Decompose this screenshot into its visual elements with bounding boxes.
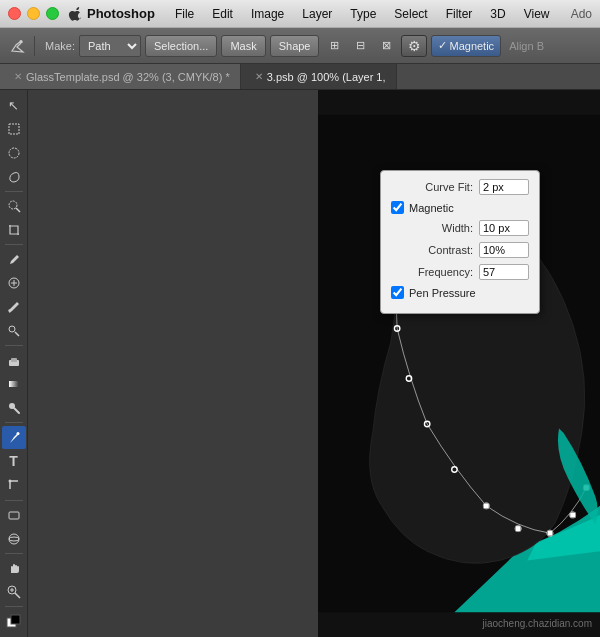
magnetic-label: Magnetic <box>449 40 494 52</box>
svg-rect-41 <box>570 512 575 517</box>
menu-bar: File Edit Image Layer Type Select Filter… <box>167 5 558 23</box>
options-gear-button[interactable]: ⚙ <box>401 35 427 57</box>
path-mode-select[interactable]: Path Shape Pixels <box>79 35 141 57</box>
watermark: jiaocheng.chazidian.com <box>482 618 592 629</box>
curve-fit-input[interactable] <box>479 179 529 195</box>
intersect-path-icon[interactable]: ⊠ <box>375 35 397 57</box>
width-input[interactable] <box>479 220 529 236</box>
menu-file[interactable]: File <box>167 5 202 23</box>
svg-rect-16 <box>9 512 19 519</box>
svg-point-18 <box>9 537 19 541</box>
svg-rect-40 <box>547 530 552 535</box>
tool-separator-1 <box>5 191 23 192</box>
width-row: Width: <box>391 220 529 236</box>
svg-line-4 <box>16 208 20 212</box>
toolbar: Make: Path Shape Pixels Selection... Mas… <box>0 28 600 64</box>
make-selection-button[interactable]: Selection... <box>145 35 217 57</box>
magnetic-button[interactable]: ✓ Magnetic <box>431 35 501 57</box>
menu-view[interactable]: View <box>516 5 558 23</box>
pen-pressure-label: Pen Pressure <box>409 287 476 299</box>
svg-rect-39 <box>515 526 520 531</box>
shape-button[interactable]: Shape <box>270 35 320 57</box>
frequency-label: Frequency: <box>391 266 473 278</box>
tool-gradient[interactable] <box>2 373 26 396</box>
magnetic-option-label: Magnetic <box>409 202 454 214</box>
separator-1 <box>34 36 35 56</box>
tool-healing[interactable] <box>2 272 26 295</box>
tab-glass-template[interactable]: ✕ GlassTemplate.psd @ 32% (3, CMYK/8) * <box>0 64 241 89</box>
align-button: Align B <box>509 40 544 52</box>
tab-close-3psb[interactable]: ✕ <box>255 71 263 82</box>
tab-label-3psb: 3.psb @ 100% (Layer 1, <box>267 71 386 83</box>
svg-point-8 <box>9 326 15 332</box>
tool-pen[interactable] <box>2 426 26 449</box>
path-mode-label: Make: <box>45 40 75 52</box>
maximize-button[interactable] <box>46 7 59 20</box>
pen-tool-icon[interactable] <box>6 35 28 57</box>
window-controls[interactable] <box>8 7 59 20</box>
tool-clone[interactable] <box>2 320 26 343</box>
magnetic-checkbox[interactable] <box>391 201 404 214</box>
tool-lasso[interactable] <box>2 165 26 188</box>
mask-button[interactable]: Mask <box>221 35 265 57</box>
curve-fit-label: Curve Fit: <box>391 181 473 193</box>
menu-edit[interactable]: Edit <box>204 5 241 23</box>
tool-type[interactable]: T <box>2 450 26 473</box>
tool-move[interactable]: ↖ <box>2 94 26 117</box>
close-button[interactable] <box>8 7 21 20</box>
svg-point-17 <box>9 534 19 544</box>
pen-pressure-checkbox[interactable] <box>391 286 404 299</box>
toolbox: ↖ <box>0 90 28 637</box>
svg-line-20 <box>15 593 20 598</box>
tab-bar: ✕ GlassTemplate.psd @ 32% (3, CMYK/8) * … <box>0 64 600 90</box>
tool-3d[interactable] <box>2 527 26 550</box>
tool-brush[interactable] <box>2 296 26 319</box>
svg-point-2 <box>9 148 19 158</box>
contrast-row: Contrast: <box>391 242 529 258</box>
width-label: Width: <box>391 222 473 234</box>
combine-path-icon[interactable]: ⊞ <box>323 35 345 57</box>
tool-separator-5 <box>5 500 23 501</box>
curve-fit-row: Curve Fit: <box>391 179 529 195</box>
tab-close-glass[interactable]: ✕ <box>14 71 22 82</box>
menu-3d[interactable]: 3D <box>482 5 513 23</box>
pen-pressure-row: Pen Pressure <box>391 286 529 299</box>
tab-label-glass: GlassTemplate.psd @ 32% (3, CMYK/8) * <box>26 71 230 83</box>
canvas-left-panel <box>28 90 318 637</box>
menu-filter[interactable]: Filter <box>438 5 481 23</box>
contrast-input[interactable] <box>479 242 529 258</box>
tool-quick-select[interactable] <box>2 195 26 218</box>
main-area: ↖ <box>0 90 600 637</box>
svg-point-0 <box>20 40 23 43</box>
tool-eraser[interactable] <box>2 349 26 372</box>
svg-rect-11 <box>9 381 19 387</box>
menu-select[interactable]: Select <box>386 5 435 23</box>
tool-marquee-ellipse[interactable] <box>2 141 26 164</box>
tool-hand[interactable] <box>2 557 26 580</box>
tool-fg-bg-colors[interactable] <box>2 610 26 633</box>
tool-separator-6 <box>5 553 23 554</box>
tool-separator-4 <box>5 422 23 423</box>
menu-layer[interactable]: Layer <box>294 5 340 23</box>
tab-3psb[interactable]: ✕ 3.psb @ 100% (Layer 1, <box>241 64 397 89</box>
tool-marquee-rect[interactable] <box>2 118 26 141</box>
menu-image[interactable]: Image <box>243 5 292 23</box>
tool-dodge[interactable] <box>2 397 26 420</box>
tool-path-select[interactable] <box>2 474 26 497</box>
apple-icon <box>67 6 83 22</box>
tool-crop[interactable] <box>2 219 26 242</box>
tool-zoom[interactable] <box>2 581 26 604</box>
svg-line-13 <box>14 408 19 413</box>
minimize-button[interactable] <box>27 7 40 20</box>
frequency-input[interactable] <box>479 264 529 280</box>
title-bar: Photoshop File Edit Image Layer Type Sel… <box>0 0 600 28</box>
svg-rect-24 <box>11 615 20 624</box>
svg-point-14 <box>16 432 19 435</box>
tool-shape[interactable] <box>2 504 26 527</box>
subtract-path-icon[interactable]: ⊟ <box>349 35 371 57</box>
title-right: Ado <box>571 7 592 21</box>
svg-rect-38 <box>484 503 489 508</box>
app-name: Photoshop <box>87 6 155 21</box>
tool-eyedropper[interactable] <box>2 248 26 271</box>
menu-type[interactable]: Type <box>342 5 384 23</box>
